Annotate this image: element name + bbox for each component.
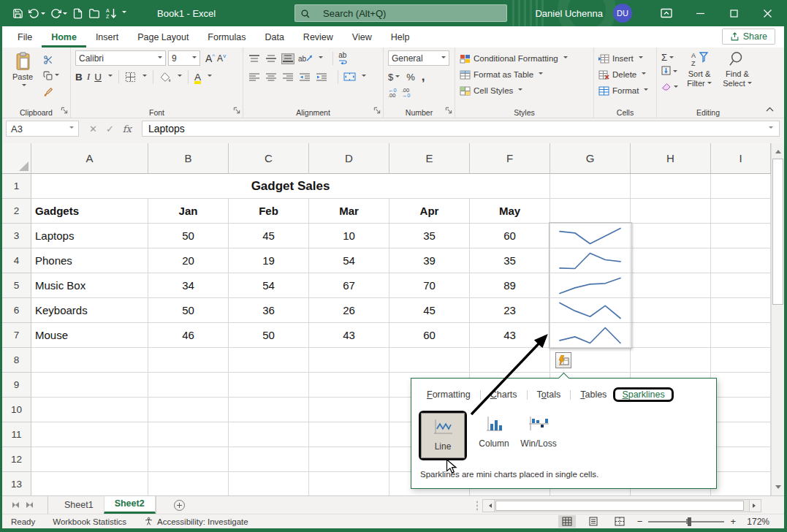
row-header-7[interactable]: 7 (2, 323, 31, 348)
next-sheet-button[interactable] (26, 502, 33, 508)
vertical-scrollbar[interactable] (771, 143, 784, 495)
cell-A3[interactable]: Laptops (31, 224, 148, 248)
cell-C9[interactable] (229, 373, 309, 398)
autosum-button[interactable]: Σ (661, 52, 678, 63)
cell-A10[interactable] (31, 398, 148, 422)
scrollbar-resize-handle[interactable] (476, 500, 479, 512)
cell-C10[interactable] (229, 398, 309, 422)
column-header-E[interactable]: E (389, 143, 470, 174)
cell-E2[interactable]: Apr (389, 199, 470, 224)
cell-F2[interactable]: May (470, 199, 550, 224)
cell-D13[interactable] (309, 472, 389, 495)
ribbon-tab-data[interactable]: Data (255, 28, 293, 48)
maximize-button[interactable] (717, 0, 750, 26)
cell-G1[interactable] (550, 174, 631, 199)
orientation-button[interactable]: ab (298, 55, 313, 63)
cell-styles-button[interactable]: Cell Styles (460, 83, 590, 99)
cell-D4[interactable]: 54 (309, 248, 389, 273)
cell-E3[interactable]: 35 (389, 224, 470, 248)
cell-A11[interactable] (31, 422, 148, 447)
underline-button[interactable]: U (94, 72, 102, 83)
cell-I2[interactable] (711, 199, 771, 224)
clear-button[interactable] (661, 80, 678, 94)
cell-I1[interactable] (711, 174, 771, 199)
row-header-6[interactable]: 6 (2, 298, 31, 323)
accounting-format-button[interactable]: $ (388, 72, 400, 83)
clipboard-dialog-launcher[interactable] (61, 107, 68, 115)
column-header-C[interactable]: C (229, 143, 309, 174)
cell-B11[interactable] (148, 422, 229, 447)
cell-H8[interactable] (631, 348, 711, 373)
align-right-button[interactable] (281, 72, 294, 83)
cell-F6[interactable]: 23 (470, 298, 550, 323)
cell-B3[interactable]: 50 (148, 224, 229, 248)
ribbon-tab-page-layout[interactable]: Page Layout (128, 28, 198, 48)
horizontal-scroll-track[interactable] (495, 499, 749, 512)
redo-button[interactable] (50, 8, 67, 19)
cell-I13[interactable] (711, 472, 771, 495)
cell-I12[interactable] (711, 447, 771, 472)
cell-B12[interactable] (148, 447, 229, 472)
cell-D7[interactable]: 43 (309, 323, 389, 348)
cell-C6[interactable]: 36 (229, 298, 309, 323)
delete-cells-button[interactable]: Delete (598, 66, 653, 83)
previous-sheet-button[interactable] (12, 502, 19, 508)
cell-D5[interactable]: 67 (309, 273, 389, 298)
row-header-1[interactable]: 1 (2, 174, 31, 199)
cell-B6[interactable]: 50 (148, 298, 229, 323)
cell-D11[interactable] (309, 422, 389, 447)
cell-I3[interactable] (711, 224, 771, 248)
sheet-tab-sheet2[interactable]: Sheet2 (104, 496, 156, 514)
scroll-down-button[interactable] (772, 482, 784, 495)
increase-font-size-button[interactable]: A^ (202, 53, 215, 64)
ribbon-tab-home[interactable]: Home (42, 28, 86, 48)
cell-I10[interactable] (711, 398, 771, 422)
normal-view-button[interactable] (558, 515, 576, 528)
font-dialog-launcher[interactable] (233, 107, 240, 115)
fill-color-icon[interactable] (159, 72, 171, 83)
cell-F5[interactable]: 89 (470, 273, 550, 298)
cell-G3[interactable] (550, 224, 631, 248)
horizontal-scrollbar[interactable] (476, 498, 761, 512)
cell-E7[interactable]: 60 (389, 323, 470, 348)
cell-B10[interactable] (148, 398, 229, 422)
page-layout-view-button[interactable] (585, 515, 602, 528)
align-center-button[interactable] (265, 72, 278, 83)
accessibility-status[interactable]: Accessibility: Investigate (144, 517, 248, 526)
cell-G6[interactable] (550, 298, 631, 323)
cell-G5[interactable] (550, 273, 631, 298)
format-cells-button[interactable]: Format (598, 83, 653, 99)
user-avatar[interactable]: DU (613, 4, 632, 23)
cell-B8[interactable] (148, 348, 229, 373)
cell-F3[interactable]: 60 (470, 224, 550, 248)
cell-D9[interactable] (309, 373, 389, 398)
cell-F4[interactable]: 35 (470, 248, 550, 273)
font-color-button[interactable]: A (194, 72, 201, 82)
row-header-13[interactable]: 13 (2, 472, 31, 495)
cell-C7[interactable]: 50 (229, 323, 309, 348)
close-button[interactable] (750, 0, 784, 26)
decrease-decimal-button[interactable]: .00→0 (402, 88, 411, 98)
cell-H4[interactable] (631, 248, 711, 273)
decrease-indent-button[interactable] (298, 72, 311, 83)
merged-title-cell[interactable]: Gadget Sales (31, 174, 550, 199)
cell-C4[interactable]: 19 (229, 248, 309, 273)
cell-C3[interactable]: 45 (229, 224, 309, 248)
row-header-9[interactable]: 9 (2, 373, 31, 398)
share-button[interactable]: Share (722, 28, 775, 45)
ribbon-tab-review[interactable]: Review (294, 28, 343, 48)
italic-button[interactable]: I (87, 71, 91, 83)
zoom-out-button[interactable]: − (637, 516, 643, 527)
cell-D12[interactable] (309, 447, 389, 472)
cell-C13[interactable] (229, 472, 309, 495)
ribbon-display-options-button[interactable] (650, 0, 683, 26)
middle-align-button[interactable] (265, 53, 278, 64)
zoom-in-button[interactable]: + (730, 516, 736, 527)
cell-C11[interactable] (229, 422, 309, 447)
paste-button[interactable]: Paste (7, 50, 39, 99)
row-header-8[interactable]: 8 (2, 348, 31, 373)
cell-D6[interactable]: 26 (309, 298, 389, 323)
cell-G7[interactable] (550, 323, 631, 348)
formula-input[interactable]: Laptops (142, 121, 780, 137)
row-header-2[interactable]: 2 (2, 199, 31, 224)
